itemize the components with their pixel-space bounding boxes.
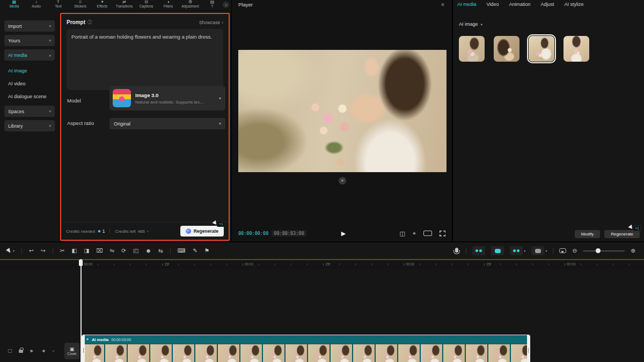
tab-adjust[interactable]: Adjust [540, 2, 554, 7]
credits-left-label: Credits left [115, 229, 135, 234]
tl-replace[interactable]: ⇆ [158, 248, 163, 254]
marker-icon: ⚑ [204, 248, 209, 254]
tool-stickers[interactable]: ☺Stickers [69, 0, 91, 9]
tl-draw[interactable]: ✎ [193, 248, 197, 254]
tl-marker[interactable]: ⚑ [204, 248, 209, 254]
tl-chroma-key[interactable]: ☻ [145, 248, 151, 254]
tl-zoom-out[interactable]: ⊖ [572, 248, 577, 254]
zoom-slider-knob[interactable] [596, 248, 601, 253]
sidebar-item-import[interactable]: Import▾ [4, 20, 55, 32]
clip-frame [195, 344, 217, 362]
mirror-icon: ⇋ [109, 248, 114, 254]
tool-t[interactable]: ▤T [201, 0, 223, 9]
sidebar-item-label: AI media [8, 53, 27, 58]
total-duration: 00:00:03:00 [272, 230, 306, 237]
tl-undo[interactable]: ↩ [29, 248, 34, 254]
video-preview[interactable] [238, 50, 447, 172]
tool-media[interactable]: ▦Media [3, 0, 25, 9]
close-icon: ✕ [341, 179, 344, 183]
trim-handle-right[interactable] [527, 335, 530, 362]
tl-crop[interactable]: ◰ [133, 248, 138, 254]
tab-video[interactable]: Video [487, 2, 499, 7]
tool-captions[interactable]: ⊟Captions [135, 0, 157, 9]
tab-ai-stylize[interactable]: AI stylize [564, 2, 583, 7]
watermark-remove-button[interactable]: ✕ [339, 177, 346, 184]
ruler-tick [130, 263, 130, 265]
tl-feedback[interactable] [559, 248, 566, 253]
tl-select-tool[interactable]: ▾ [8, 247, 14, 255]
ratio-icon[interactable]: ◫ [399, 231, 405, 237]
cover-button[interactable]: ▣ Cover [64, 343, 79, 359]
ai-image-result-2[interactable] [494, 36, 519, 62]
sidebar-item-ai-media[interactable]: AI media▴ [4, 49, 55, 61]
split-icon: ✂ [60, 248, 65, 254]
info-icon[interactable]: ⓘ [87, 19, 92, 25]
timeline-ruler[interactable]: 00:0015f00:0115f00:0215f00:0315f [0, 259, 644, 269]
tl-linking-toggle[interactable]: ▾ [510, 246, 525, 255]
model-selector[interactable]: Image 3.0 Natural and realistic. Support… [109, 86, 225, 110]
ai-image-result-1[interactable] [459, 36, 485, 62]
track-options-icon[interactable]: ▢ [8, 348, 12, 354]
sidebar-item-spaces[interactable]: Spaces▾ [4, 106, 55, 117]
timeline-zoom-slider[interactable] [583, 250, 625, 252]
tl-auto-preview-toggle[interactable] [491, 246, 504, 255]
tl-trim-right[interactable]: ◨ [84, 248, 89, 254]
sidebar-item-ai-video[interactable]: AI video [8, 81, 59, 86]
quality-icon[interactable] [423, 231, 432, 236]
regenerate-button-right[interactable]: Regenerate +1 [604, 230, 640, 238]
ruler-label: 15f [325, 262, 330, 266]
fullscreen-icon[interactable] [440, 231, 445, 237]
toolbar-more-button[interactable]: › [223, 2, 229, 8]
ruler-tick [581, 263, 581, 265]
play-button[interactable]: ▶ [339, 229, 348, 238]
clip-frame [128, 344, 149, 362]
ai-image-result-4[interactable] [564, 36, 589, 62]
tl-split[interactable]: ✂ [60, 248, 65, 254]
prompt-input[interactable]: Portrait of a woman holding flowers and … [67, 29, 223, 90]
model-description: Natural and realistic. Supports tex... [135, 100, 203, 105]
reframe-icon[interactable]: ⌖ [413, 231, 416, 237]
ai-image-result-3[interactable] [529, 36, 554, 62]
player-menu-icon[interactable]: ≡ [441, 2, 444, 8]
tab-ai-media[interactable]: AI media [457, 2, 477, 7]
tl-snapping-toggle[interactable] [472, 246, 485, 255]
tool-text[interactable]: TText [47, 0, 69, 9]
tool-transitions[interactable]: ⇄Transitions [113, 0, 135, 9]
keyboard-shortcuts-icon: ⌨ [178, 248, 186, 254]
hide-icon[interactable]: ◄ [41, 348, 46, 354]
tool-adjustment[interactable]: ⚙Adjustment [179, 0, 201, 9]
tl-delete[interactable]: ⌧ [96, 248, 103, 254]
model-thumbnail [113, 89, 131, 107]
tab-animation[interactable]: Animation [509, 2, 530, 7]
ai-media-clip[interactable]: ✦ AI media 00:00:03:00 [82, 335, 530, 362]
mute-icon[interactable]: ► [30, 348, 34, 354]
tool-label: Text [55, 4, 62, 9]
tl-track-height[interactable]: ▾ [531, 246, 547, 255]
tl-mirror[interactable]: ⇋ [109, 248, 114, 254]
tool-filters[interactable]: ◑Filters [157, 0, 179, 9]
modify-button[interactable]: Modify [575, 230, 601, 238]
trim-handle-left[interactable] [82, 335, 85, 362]
tl-zoom-fit[interactable]: ⊕ [631, 248, 635, 254]
ai-image-section-header[interactable]: AI image ▴ [459, 21, 482, 27]
regenerate-button[interactable]: Regenerate +1 [180, 226, 224, 237]
sidebar-item-library[interactable]: Library▾ [4, 120, 55, 131]
tl-redo[interactable]: ↪ [41, 248, 46, 254]
lock-icon[interactable] [19, 350, 23, 353]
tl-timeline-zoom-slider[interactable] [583, 250, 625, 252]
tl-keyboard-shortcuts[interactable]: ⌨ [178, 248, 186, 254]
tl-rotate[interactable]: ⟳ [121, 248, 126, 254]
sidebar-item-ai-image[interactable]: AI image [8, 68, 59, 73]
sidebar-item-ai-dialogue-scene[interactable]: AI dialogue scene [8, 94, 59, 99]
showcase-link[interactable]: Showcase › [199, 20, 223, 25]
aspect-ratio-dropdown[interactable]: Original ▾ [109, 118, 225, 129]
tl-trim-left[interactable]: ◧ [71, 248, 77, 254]
tool-effects[interactable]: ✦Effects [91, 0, 113, 9]
tool-audio[interactable]: ♪Audio [25, 0, 47, 9]
sidebar-item-yours[interactable]: Yours▾ [4, 35, 55, 46]
collapse-track-icon[interactable]: – [52, 348, 55, 354]
credits-left-link[interactable]: Credits left 486 › [115, 229, 148, 234]
ruler-label: 15f [486, 262, 491, 266]
tl-record-voiceover[interactable] [455, 248, 460, 254]
t-icon: ▤ [210, 0, 215, 4]
